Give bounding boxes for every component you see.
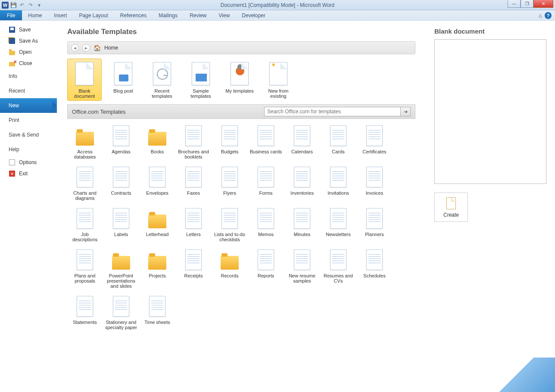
document-icon [111,123,131,148]
category-item[interactable]: Lists and to-do checklists [212,204,247,244]
category-item[interactable]: Letters [176,204,211,244]
sidebar-exit[interactable]: ✕ Exit [0,168,57,179]
sidebar-options[interactable]: Options [0,157,57,168]
ribbon-tab-home[interactable]: Home [22,10,48,20]
category-label: Job descriptions [68,232,102,242]
sidebar-save-as[interactable]: Save As [0,35,57,47]
category-item[interactable]: Faxes [176,163,211,202]
qat-redo-icon[interactable]: ↷ [27,1,34,9]
sidebar-close[interactable]: Close [0,58,57,69]
minimize-button[interactable]: — [508,0,521,8]
category-item[interactable]: Business cards [248,121,284,161]
category-item[interactable]: Books [140,121,175,161]
sidebar-info[interactable]: Info [0,69,57,84]
ribbon-collapse-icon[interactable]: △ [539,13,542,18]
category-label: Inventories [290,190,314,196]
document-icon [183,123,204,148]
maximize-button[interactable]: ❐ [521,0,533,8]
help-icon[interactable]: ? [545,12,552,19]
word-app-icon[interactable]: W [2,2,9,9]
sidebar-recent[interactable]: Recent [0,84,57,98]
template-item[interactable]: Recent templates [145,59,179,101]
sidebar-save-send[interactable]: Save & Send [0,128,57,142]
category-item[interactable]: Envelopes [140,163,175,202]
category-item[interactable]: Agendas [103,121,139,161]
category-label: Labels [114,232,128,237]
create-button[interactable]: Create [434,193,468,222]
category-item[interactable]: Budgets [212,121,247,161]
template-item[interactable]: My templates [222,59,257,101]
category-item[interactable]: Cards [321,121,356,161]
search-go-button[interactable]: ➜ [400,107,411,116]
template-item[interactable]: Sample templates [184,59,218,101]
category-item[interactable]: Access databases [67,121,103,161]
category-label: Plans and proposals [68,273,102,283]
category-item[interactable]: Calendars [284,121,320,161]
category-item[interactable]: Charts and diagrams [67,163,103,202]
category-item[interactable]: Forms [248,163,284,202]
qat-customize-icon[interactable]: ▾ [35,1,43,9]
category-item[interactable]: Inventories [284,163,320,202]
category-item[interactable]: Reports [248,246,284,290]
template-item[interactable]: ✶New from existing [261,59,296,101]
category-item[interactable]: Minutes [284,204,320,244]
category-item[interactable]: Invitations [321,163,356,202]
category-item[interactable]: Records [212,246,247,290]
category-item[interactable]: Schedules [357,246,392,290]
close-window-button[interactable]: ✕ [533,0,553,8]
document-icon [364,123,385,148]
category-item[interactable]: New resume samples [284,246,320,290]
category-item[interactable]: Brochures and booklets [176,121,211,161]
file-tab[interactable]: File [0,10,22,20]
template-label: My templates [225,88,253,93]
nav-back-icon[interactable]: ◄ [71,44,79,52]
qat-save-icon[interactable]: 💾 [9,1,17,9]
category-item[interactable]: Memos [248,204,284,244]
category-item[interactable]: Projects [140,246,175,290]
ribbon-tab-references[interactable]: References [114,10,153,20]
category-item[interactable]: Time sheets [140,292,175,332]
ribbon-tab-review[interactable]: Review [184,10,212,20]
category-item[interactable]: Labels [103,204,139,244]
office-templates-label: Office.com Templates [72,109,126,115]
nav-forward-icon[interactable]: ► [82,44,90,52]
ribbon-tab-page-layout[interactable]: Page Layout [73,10,114,20]
document-icon [292,206,312,231]
category-item[interactable]: PowerPoint presentations and slides [103,246,139,290]
search-input[interactable] [264,107,400,116]
document-icon [328,206,349,231]
document-icon [147,294,168,319]
category-item[interactable]: Receipts [176,246,211,290]
folder-icon [75,123,95,148]
category-item[interactable]: Contracts [103,163,139,202]
category-item[interactable]: Stationery and specialty paper [103,292,139,332]
ribbon-tab-mailings[interactable]: Mailings [153,10,184,20]
category-item[interactable]: Invoices [357,163,392,202]
qat-undo-icon[interactable]: ↶ [18,1,26,9]
sidebar-save[interactable]: Save [0,24,57,35]
sidebar-new[interactable]: New [0,98,57,113]
sidebar-open[interactable]: Open [0,47,57,58]
document-icon [75,206,95,231]
ribbon-tab-view[interactable]: View [213,10,236,20]
category-item[interactable]: Flyers [212,163,247,202]
sidebar-print[interactable]: Print [0,113,57,128]
category-item[interactable]: Job descriptions [67,204,103,244]
category-item[interactable]: Resumes and CVs [321,246,356,290]
template-item[interactable]: Blank document [67,59,102,101]
template-item[interactable]: Blog post [106,59,140,101]
category-item[interactable]: Plans and proposals [67,246,103,290]
category-label: Faxes [187,190,200,196]
ribbon-tab-insert[interactable]: Insert [48,10,73,20]
folder-icon [147,247,168,272]
sidebar-help[interactable]: Help [0,142,57,157]
category-item[interactable]: Newsletters [321,204,356,244]
breadcrumb-home-label[interactable]: Home [104,45,118,51]
category-item[interactable]: Letterhead [140,204,175,244]
category-item[interactable]: Planners [357,204,392,244]
category-label: Lists and to-do checklists [213,232,246,242]
ribbon-tab-developer[interactable]: Developer [236,10,271,20]
category-item[interactable]: Certificates [357,121,392,161]
category-item[interactable]: Statements [67,292,103,332]
home-icon[interactable]: 🏠 [94,44,101,51]
